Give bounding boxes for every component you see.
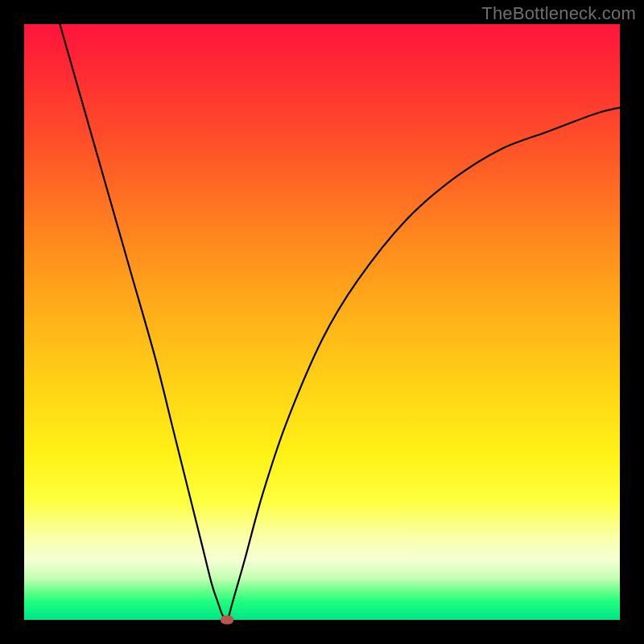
optimum-marker (221, 616, 233, 625)
plot-area (24, 24, 620, 620)
watermark-text: TheBottleneck.com (481, 3, 636, 24)
chart-frame: TheBottleneck.com (0, 0, 644, 644)
curve-left-branch (60, 24, 225, 620)
bottleneck-curve (24, 24, 620, 620)
curve-right-branch (228, 108, 620, 620)
